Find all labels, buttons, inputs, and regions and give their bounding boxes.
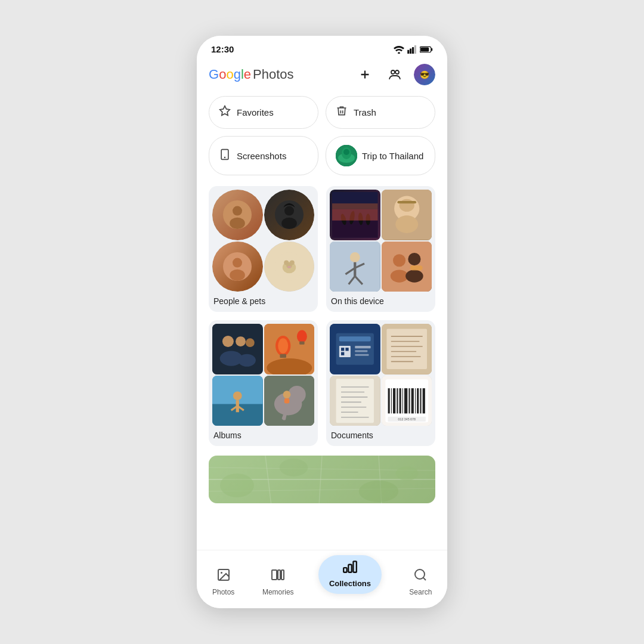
svg-point-82 [283, 391, 290, 398]
wifi-icon [394, 45, 404, 54]
trip-thailand-button[interactable]: Trip to Thailand [326, 136, 435, 175]
svg-rect-45 [397, 201, 416, 203]
doc-photo-1 [330, 324, 380, 374]
svg-point-57 [390, 270, 408, 282]
person-photo-1 [212, 190, 263, 240]
screenshots-button[interactable]: Screenshots [209, 136, 318, 175]
on-this-device-photos [326, 186, 435, 292]
device-photo-1 [330, 190, 380, 240]
collections-nav-icon [342, 559, 358, 578]
quick-buttons-grid: Favorites Trash [209, 96, 435, 175]
svg-point-27 [230, 270, 245, 281]
svg-rect-1 [407, 49, 409, 53]
svg-rect-91 [355, 346, 370, 348]
svg-rect-144 [343, 568, 346, 572]
svg-point-18 [343, 149, 349, 155]
person-photo-2 [264, 190, 315, 240]
svg-rect-120 [408, 388, 410, 413]
svg-point-26 [233, 258, 242, 267]
nav-search[interactable]: Search [397, 565, 444, 599]
screenshots-label: Screenshots [237, 151, 286, 161]
albums-card[interactable]: Albums [209, 320, 318, 446]
status-time: 12:30 [211, 44, 234, 54]
main-content: Favorites Trash [197, 91, 447, 550]
svg-rect-89 [345, 348, 348, 351]
albums-label: Albums [209, 426, 318, 446]
svg-rect-40 [332, 209, 378, 221]
svg-rect-146 [353, 561, 356, 572]
nav-collections[interactable]: Collections [309, 555, 391, 599]
phone-shell: 12:30 G [197, 36, 447, 608]
svg-point-33 [287, 266, 291, 268]
svg-rect-41 [332, 203, 378, 209]
svg-point-11 [395, 70, 399, 74]
svg-point-63 [246, 338, 255, 347]
svg-rect-35 [332, 221, 378, 238]
svg-point-46 [395, 215, 418, 233]
person-photo-3 [212, 242, 263, 292]
album-photo-4 [264, 376, 315, 426]
svg-rect-141 [272, 570, 277, 580]
svg-rect-115 [393, 388, 395, 413]
svg-rect-72 [299, 342, 304, 345]
svg-point-58 [405, 270, 423, 282]
svg-point-137 [359, 481, 399, 502]
battery-icon [420, 45, 433, 54]
shared-albums-icon [388, 67, 402, 82]
svg-point-138 [396, 466, 419, 481]
device-photo-4 [382, 242, 432, 292]
svg-rect-145 [348, 565, 351, 572]
svg-rect-60 [212, 324, 263, 374]
nav-photos[interactable]: Photos [200, 565, 247, 599]
svg-rect-7 [420, 47, 429, 51]
svg-rect-142 [278, 570, 280, 580]
svg-rect-3 [412, 47, 414, 54]
svg-point-23 [284, 206, 294, 216]
svg-rect-54 [382, 242, 432, 292]
photos-nav-label: Photos [212, 588, 234, 596]
svg-rect-124 [420, 388, 421, 413]
svg-point-20 [233, 206, 242, 216]
avatar[interactable]: 😎 [414, 64, 435, 85]
device-photo-2 [382, 190, 432, 240]
svg-rect-116 [397, 388, 398, 413]
svg-point-140 [221, 572, 222, 574]
documents-photos: 012 345 678 [326, 320, 435, 426]
svg-point-55 [393, 254, 405, 267]
svg-rect-123 [417, 388, 419, 413]
on-this-device-card[interactable]: On this device [326, 186, 435, 312]
svg-point-147 [415, 569, 425, 579]
svg-rect-103 [336, 379, 374, 423]
people-pets-card[interactable]: People & pets [209, 186, 318, 312]
svg-rect-117 [399, 388, 401, 413]
categories-grid: People & pets [209, 186, 435, 446]
on-this-device-label: On this device [326, 292, 435, 312]
svg-rect-95 [386, 329, 427, 369]
photos-nav-icon [216, 568, 231, 586]
screenshots-icon [219, 148, 231, 163]
favorites-button[interactable]: Favorites [209, 96, 318, 129]
pet-photo [264, 242, 315, 292]
trash-button[interactable]: Trash [326, 96, 435, 129]
map-partial[interactable] [209, 456, 435, 503]
signal-icon [407, 45, 417, 54]
svg-point-136 [280, 459, 308, 476]
album-photo-2 [264, 324, 315, 374]
nav-memories[interactable]: Memories [253, 565, 304, 599]
svg-point-71 [296, 330, 306, 343]
star-icon [219, 105, 231, 120]
add-button[interactable] [354, 64, 376, 85]
favorites-label: Favorites [237, 107, 274, 117]
svg-rect-113 [388, 388, 389, 413]
doc-photo-2 [382, 324, 432, 374]
collections-nav-label: Collections [329, 579, 371, 588]
svg-rect-125 [422, 388, 425, 413]
svg-line-148 [423, 578, 426, 580]
memories-nav-icon [271, 568, 285, 586]
collections-bubble: Collections [318, 555, 382, 594]
shared-albums-button[interactable] [384, 64, 405, 85]
doc-photo-4: 012 345 678 [382, 376, 432, 426]
svg-point-56 [408, 253, 420, 265]
documents-card[interactable]: 012 345 678 Documents [326, 320, 435, 446]
google-text: Google [209, 67, 251, 82]
